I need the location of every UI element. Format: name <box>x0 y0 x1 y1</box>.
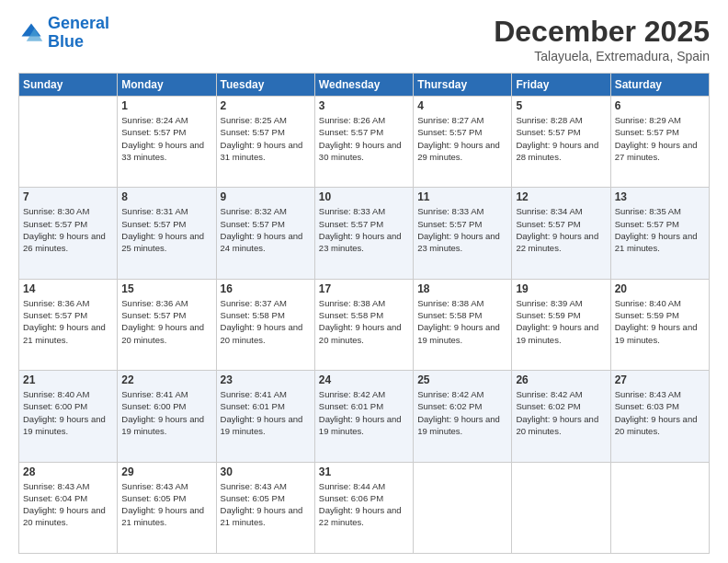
day-number: 17 <box>319 282 409 295</box>
day-info: Sunrise: 8:29 AMSunset: 5:57 PMDaylight:… <box>615 114 705 163</box>
day-info: Sunrise: 8:24 AMSunset: 5:57 PMDaylight:… <box>121 114 211 163</box>
day-number: 13 <box>615 190 705 203</box>
day-number: 30 <box>221 465 311 478</box>
cell-w4-d5: 25Sunrise: 8:42 AMSunset: 6:02 PMDayligh… <box>414 371 512 462</box>
day-number: 7 <box>23 190 113 203</box>
day-number: 23 <box>221 373 311 386</box>
cell-w2-d6: 12Sunrise: 8:34 AMSunset: 5:57 PMDayligh… <box>512 188 610 279</box>
day-number: 3 <box>319 99 409 112</box>
day-number: 24 <box>319 373 409 386</box>
day-info: Sunrise: 8:37 AMSunset: 5:58 PMDaylight:… <box>221 297 311 346</box>
day-number: 11 <box>417 190 507 203</box>
day-number: 15 <box>121 282 211 295</box>
cell-w1-d3: 2Sunrise: 8:25 AMSunset: 5:57 PMDaylight… <box>216 97 314 188</box>
cell-w5-d1: 28Sunrise: 8:43 AMSunset: 6:04 PMDayligh… <box>19 462 118 553</box>
day-number: 20 <box>615 282 705 295</box>
day-info: Sunrise: 8:26 AMSunset: 5:57 PMDaylight:… <box>319 114 409 163</box>
day-number: 31 <box>319 465 409 478</box>
day-info: Sunrise: 8:35 AMSunset: 5:57 PMDaylight:… <box>615 205 705 254</box>
cell-w5-d3: 30Sunrise: 8:43 AMSunset: 6:05 PMDayligh… <box>216 462 314 553</box>
day-number: 10 <box>319 190 409 203</box>
day-number: 28 <box>23 465 113 478</box>
page: General Blue December 2025 Talayuela, Ex… <box>0 0 728 563</box>
col-sunday: Sunday <box>19 74 118 97</box>
day-number: 21 <box>23 373 113 386</box>
cell-w3-d3: 16Sunrise: 8:37 AMSunset: 5:58 PMDayligh… <box>216 279 314 370</box>
day-number: 4 <box>417 99 507 112</box>
col-friday: Friday <box>512 74 610 97</box>
logo-line1: General <box>48 14 109 32</box>
cell-w5-d6 <box>512 462 610 553</box>
day-number: 29 <box>121 465 211 478</box>
day-info: Sunrise: 8:43 AMSunset: 6:05 PMDaylight:… <box>221 480 311 529</box>
day-info: Sunrise: 8:44 AMSunset: 6:06 PMDaylight:… <box>319 480 409 529</box>
logo-line2: Blue <box>48 32 84 51</box>
day-info: Sunrise: 8:28 AMSunset: 5:57 PMDaylight:… <box>516 114 606 163</box>
cell-w3-d1: 14Sunrise: 8:36 AMSunset: 5:57 PMDayligh… <box>19 279 118 370</box>
day-info: Sunrise: 8:33 AMSunset: 5:57 PMDaylight:… <box>417 205 507 254</box>
cell-w5-d2: 29Sunrise: 8:43 AMSunset: 6:05 PMDayligh… <box>118 462 216 553</box>
day-info: Sunrise: 8:34 AMSunset: 5:57 PMDaylight:… <box>516 205 606 254</box>
week-row-2: 7Sunrise: 8:30 AMSunset: 5:57 PMDaylight… <box>19 188 710 279</box>
day-info: Sunrise: 8:27 AMSunset: 5:57 PMDaylight:… <box>417 114 507 163</box>
cell-w3-d5: 18Sunrise: 8:38 AMSunset: 5:58 PMDayligh… <box>414 279 512 370</box>
day-info: Sunrise: 8:30 AMSunset: 5:57 PMDaylight:… <box>23 205 113 254</box>
day-number: 25 <box>417 373 507 386</box>
day-info: Sunrise: 8:42 AMSunset: 6:01 PMDaylight:… <box>319 388 409 437</box>
col-monday: Monday <box>118 74 216 97</box>
cell-w3-d4: 17Sunrise: 8:38 AMSunset: 5:58 PMDayligh… <box>314 279 413 370</box>
day-number: 16 <box>221 282 311 295</box>
day-number: 12 <box>516 190 606 203</box>
cell-w4-d2: 22Sunrise: 8:41 AMSunset: 6:00 PMDayligh… <box>118 371 216 462</box>
day-info: Sunrise: 8:36 AMSunset: 5:57 PMDaylight:… <box>121 297 211 346</box>
day-number: 18 <box>417 282 507 295</box>
cell-w3-d2: 15Sunrise: 8:36 AMSunset: 5:57 PMDayligh… <box>118 279 216 370</box>
month-title: December 2025 <box>494 15 710 49</box>
day-info: Sunrise: 8:41 AMSunset: 6:00 PMDaylight:… <box>121 388 211 437</box>
cell-w1-d4: 3Sunrise: 8:26 AMSunset: 5:57 PMDaylight… <box>314 97 413 188</box>
cell-w2-d2: 8Sunrise: 8:31 AMSunset: 5:57 PMDaylight… <box>118 188 216 279</box>
day-number: 19 <box>516 282 606 295</box>
week-row-3: 14Sunrise: 8:36 AMSunset: 5:57 PMDayligh… <box>19 279 710 370</box>
day-number: 14 <box>23 282 113 295</box>
day-info: Sunrise: 8:39 AMSunset: 5:59 PMDaylight:… <box>516 297 606 346</box>
cell-w1-d1 <box>19 97 118 188</box>
cell-w4-d3: 23Sunrise: 8:41 AMSunset: 6:01 PMDayligh… <box>216 371 314 462</box>
day-info: Sunrise: 8:42 AMSunset: 6:02 PMDaylight:… <box>516 388 606 437</box>
cell-w2-d4: 10Sunrise: 8:33 AMSunset: 5:57 PMDayligh… <box>314 188 413 279</box>
day-info: Sunrise: 8:43 AMSunset: 6:04 PMDaylight:… <box>23 480 113 529</box>
day-info: Sunrise: 8:38 AMSunset: 5:58 PMDaylight:… <box>417 297 507 346</box>
day-info: Sunrise: 8:25 AMSunset: 5:57 PMDaylight:… <box>221 114 311 163</box>
calendar-header-row: Sunday Monday Tuesday Wednesday Thursday… <box>19 74 710 97</box>
day-info: Sunrise: 8:43 AMSunset: 6:05 PMDaylight:… <box>121 480 211 529</box>
cell-w3-d7: 20Sunrise: 8:40 AMSunset: 5:59 PMDayligh… <box>610 279 709 370</box>
cell-w3-d6: 19Sunrise: 8:39 AMSunset: 5:59 PMDayligh… <box>512 279 610 370</box>
day-info: Sunrise: 8:40 AMSunset: 6:00 PMDaylight:… <box>23 388 113 437</box>
day-number: 26 <box>516 373 606 386</box>
day-number: 8 <box>121 190 211 203</box>
day-info: Sunrise: 8:36 AMSunset: 5:57 PMDaylight:… <box>23 297 113 346</box>
logo-text: General Blue <box>48 15 109 52</box>
day-info: Sunrise: 8:31 AMSunset: 5:57 PMDaylight:… <box>121 205 211 254</box>
logo: General Blue <box>18 15 109 52</box>
day-number: 5 <box>516 99 606 112</box>
day-number: 9 <box>221 190 311 203</box>
col-wednesday: Wednesday <box>314 74 413 97</box>
day-number: 1 <box>121 99 211 112</box>
cell-w1-d5: 4Sunrise: 8:27 AMSunset: 5:57 PMDaylight… <box>414 97 512 188</box>
day-info: Sunrise: 8:33 AMSunset: 5:57 PMDaylight:… <box>319 205 409 254</box>
cell-w5-d4: 31Sunrise: 8:44 AMSunset: 6:06 PMDayligh… <box>314 462 413 553</box>
cell-w4-d7: 27Sunrise: 8:43 AMSunset: 6:03 PMDayligh… <box>610 371 709 462</box>
day-number: 27 <box>615 373 705 386</box>
header: General Blue December 2025 Talayuela, Ex… <box>18 15 710 63</box>
cell-w2-d7: 13Sunrise: 8:35 AMSunset: 5:57 PMDayligh… <box>610 188 709 279</box>
cell-w1-d2: 1Sunrise: 8:24 AMSunset: 5:57 PMDaylight… <box>118 97 216 188</box>
day-info: Sunrise: 8:41 AMSunset: 6:01 PMDaylight:… <box>221 388 311 437</box>
title-block: December 2025 Talayuela, Extremadura, Sp… <box>494 15 710 63</box>
cell-w4-d6: 26Sunrise: 8:42 AMSunset: 6:02 PMDayligh… <box>512 371 610 462</box>
cell-w1-d7: 6Sunrise: 8:29 AMSunset: 5:57 PMDaylight… <box>610 97 709 188</box>
day-number: 6 <box>615 99 705 112</box>
cell-w2-d3: 9Sunrise: 8:32 AMSunset: 5:57 PMDaylight… <box>216 188 314 279</box>
day-number: 22 <box>121 373 211 386</box>
week-row-1: 1Sunrise: 8:24 AMSunset: 5:57 PMDaylight… <box>19 97 710 188</box>
